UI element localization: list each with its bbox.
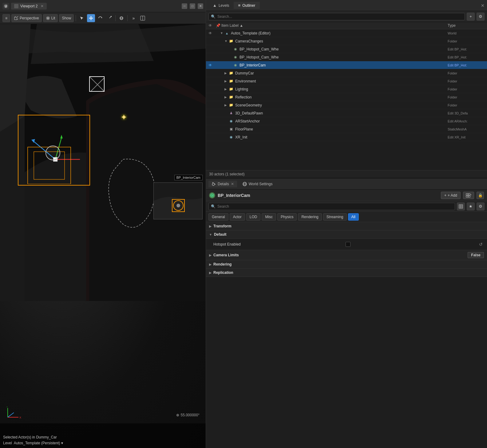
folder-icon-6: 📁 (229, 79, 234, 84)
tree-item-3[interactable]: ◉ BP_Hotspot_Cam_Whe Edit BP_Hot: (206, 53, 487, 61)
svg-point-36 (176, 204, 180, 207)
hamburger-menu-button[interactable]: ≡ (2, 14, 10, 22)
right-panel: ▲ Levels ≡ Outliner ✕ 🔍 + ⚙ 👁 📌 Item Lab… (206, 0, 487, 448)
filter-general-button[interactable]: General (208, 213, 228, 221)
move-tool-button[interactable] (87, 14, 95, 22)
details-close-button[interactable]: ✕ (231, 182, 234, 186)
viewport-toolbar: ≡ Perspective Lit Show (0, 12, 206, 24)
tab-levels[interactable]: ▲ Levels (208, 2, 234, 9)
expand-1[interactable]: ▼ (224, 39, 229, 43)
selected-actor: Dummy_Car (36, 435, 57, 439)
coord-icon: ⊕ (176, 413, 179, 417)
tree-item-9[interactable]: ▶ 📁 SceneGeometry Folder (206, 101, 487, 109)
default-section-label: Default (214, 232, 227, 237)
outliner-search-input[interactable] (208, 13, 465, 20)
more-button[interactable]: » (129, 14, 137, 22)
outliner-settings-button[interactable]: ⚙ (477, 13, 485, 21)
minimize-button[interactable]: ─ (182, 3, 187, 9)
replication-section-header[interactable]: ▶ Replication (206, 269, 487, 277)
item-label-10: 3D_DefaultPawn (235, 111, 448, 115)
eye-icon-0[interactable]: 👁 (208, 31, 215, 35)
lit-button[interactable]: Lit (43, 14, 58, 22)
filter-rendering-button[interactable]: Rendering (298, 213, 322, 221)
select-tool-button[interactable] (78, 14, 86, 22)
tree-item-1[interactable]: ▼ 📁 CameraChanges Folder (206, 37, 487, 45)
lit-icon (46, 16, 50, 20)
camera-limits-header[interactable]: ▶ Camera Limits False (206, 250, 487, 260)
perspective-button[interactable]: Perspective (11, 14, 42, 22)
details-star-button[interactable]: ★ (467, 202, 475, 210)
label-col-header[interactable]: Item Label ▲ (221, 23, 448, 28)
default-section-header[interactable]: ▼ Default (206, 230, 487, 239)
expand-9[interactable]: ▶ (224, 103, 229, 107)
level-dropdown[interactable]: Autos_Template (Persistent) ▾ (14, 441, 63, 445)
tree-item-10[interactable]: ♟ 3D_DefaultPawn Edit 3D_Defa (206, 109, 487, 117)
expand-6[interactable]: ▶ (224, 79, 229, 83)
tree-item-13[interactable]: ◉ XR_Init Edit XR_Init (206, 133, 487, 141)
expand-0[interactable]: ▼ (220, 31, 224, 35)
filter-lod-button[interactable]: LOD (246, 213, 261, 221)
show-button[interactable]: Show (59, 14, 74, 22)
lock-button[interactable]: 🔒 (477, 192, 484, 199)
rendering-section-header[interactable]: ▶ Rendering (206, 260, 487, 269)
actor-icon-11: ◉ (229, 119, 234, 124)
world-settings-tab[interactable]: World Settings (240, 181, 276, 187)
expand-8[interactable]: ▶ (224, 95, 229, 99)
maximize-button[interactable]: □ (190, 3, 195, 9)
viewport-tab[interactable]: Viewport 2 ✕ (11, 3, 47, 10)
eye-icon-4[interactable]: 👁 (208, 63, 215, 67)
tree-item-12[interactable]: ▣ FloorPlane StaticMeshA (206, 125, 487, 133)
svg-text:U: U (5, 5, 7, 8)
item-type-10: Edit 3D_Defa (448, 111, 485, 115)
add-component-button[interactable]: + + Add (441, 192, 461, 199)
expand-7[interactable]: ▶ (224, 87, 229, 91)
tree-item-2[interactable]: ◉ BP_Hotspot_Cam_Whe Edit BP_Hot: (206, 45, 487, 53)
details-settings-button[interactable]: ⚙ (477, 202, 485, 210)
svg-rect-2 (14, 17, 17, 20)
cam-thumbnail (153, 182, 203, 219)
tree-item-11[interactable]: ◉ ARStartAnchor Edit ARAnch: (206, 117, 487, 125)
layout-button[interactable] (139, 14, 147, 22)
select-icon (80, 16, 84, 20)
outliner-add-button[interactable]: + (467, 13, 475, 21)
coord-value: 55.000000° (180, 413, 200, 417)
expand-5[interactable]: ▶ (224, 71, 229, 75)
details-search-wrapper: 🔍 (208, 203, 455, 210)
tree-item-8[interactable]: ▶ 📁 Reflection Folder (206, 93, 487, 101)
add-label: + Add (448, 193, 457, 198)
panel-close-button[interactable]: ✕ (481, 3, 485, 8)
filter-actor-button[interactable]: Actor (230, 213, 245, 221)
scale-tool-button[interactable] (105, 14, 113, 22)
viewport-tab-close[interactable]: ✕ (41, 4, 44, 8)
tab-outliner[interactable]: ≡ Outliner (234, 2, 260, 9)
details-tab[interactable]: Details ✕ (208, 181, 237, 187)
details-table-button[interactable] (457, 202, 465, 210)
filter-misc-button[interactable]: Misc (262, 213, 276, 221)
tree-item-6[interactable]: ▶ 📁 Environment Folder (206, 77, 487, 85)
actor-icon-13: ◉ (229, 135, 234, 140)
transform-section-header[interactable]: ▶ Transform (206, 222, 487, 230)
tree-item-4[interactable]: 👁 ◉ BP_InteriorCam Edit BP_Hot: (206, 61, 487, 69)
transform-section-label: Transform (213, 224, 232, 228)
hotspot-checkbox[interactable] (346, 242, 350, 247)
replication-section-label: Replication (213, 270, 233, 275)
rendering-expand-icon: ▶ (209, 263, 212, 266)
tree-item-5[interactable]: ▶ 📁 DummyCar Folder (206, 69, 487, 77)
filter-all-button[interactable]: All (348, 213, 359, 221)
tree-item-0[interactable]: 👁 ▼ ▲ Autos_Template (Editor) World (206, 29, 487, 37)
tree-item-7[interactable]: ▶ 📁 Lighting Folder (206, 85, 487, 93)
close-button[interactable]: ✕ (198, 3, 203, 9)
grid-button[interactable] (117, 14, 125, 22)
details-content[interactable]: ▶ Transform ▼ Default Hotspot Enabled ↺ (206, 222, 487, 448)
replication-expand-icon: ▶ (209, 271, 212, 274)
perspective-label: Perspective (20, 16, 39, 20)
svg-line-41 (8, 413, 14, 417)
rotate-tool-button[interactable] (96, 14, 104, 22)
level-label: Level (3, 440, 12, 446)
filter-physics-button[interactable]: Physics (277, 213, 297, 221)
layout-mode-button[interactable] (463, 192, 474, 199)
hotspot-reset-button[interactable]: ↺ (478, 241, 484, 247)
details-search-input[interactable] (208, 203, 455, 210)
filter-streaming-button[interactable]: Streaming (323, 213, 347, 221)
viewport-3d[interactable]: ✦ BP_InteriorCam (0, 24, 206, 448)
